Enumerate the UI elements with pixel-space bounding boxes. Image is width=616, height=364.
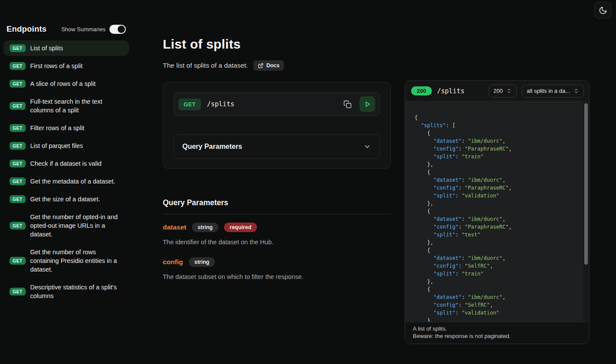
page-title: List of splits — [163, 37, 391, 52]
response-body-viewport: { "splits": [ { "dataset": "ibm/duorc", … — [405, 102, 589, 322]
run-request-button[interactable] — [359, 96, 375, 112]
sidebar-item[interactable]: GETGet the number of rows containing Pre… — [3, 244, 129, 277]
chevrons-up-down-icon — [506, 88, 512, 94]
docs-button[interactable]: Docs — [254, 60, 284, 71]
sidebar-item[interactable]: GETDescriptive statistics of a split's c… — [3, 279, 129, 304]
copy-button[interactable] — [342, 98, 353, 110]
response-header: 200 /splits 200 all splits in a da... — [405, 81, 589, 102]
json-code-line: "config": "ParaphraseRC", — [415, 223, 579, 231]
sidebar-item-label: Check if a dataset is valid — [30, 159, 102, 168]
sidebar-item[interactable]: GETA slice of rows of a split — [3, 76, 129, 92]
get-badge: GET — [10, 44, 26, 52]
json-code-line: "config": "ParaphraseRC", — [415, 145, 579, 153]
moon-icon — [599, 6, 607, 15]
sidebar-item[interactable]: GETGet the metadata of a dataset. — [3, 174, 129, 189]
method-badge: GET — [178, 98, 201, 110]
scrollbar-thumb[interactable] — [584, 103, 588, 265]
json-code-line: }, — [415, 239, 579, 246]
main-content: List of splits The list of splits of a d… — [163, 37, 391, 280]
endpoint-card: GET /splits Query Parameters — [163, 82, 391, 169]
params-section-title: Query Parameters — [163, 198, 391, 214]
json-code-line: "split": "validation" — [415, 309, 579, 317]
show-summaries-label: Show Summaries — [61, 26, 105, 33]
sidebar-item-label: Get the metadata of a dataset. — [30, 177, 115, 186]
show-summaries-toggle[interactable] — [109, 25, 126, 34]
get-badge: GET — [10, 142, 26, 150]
get-badge: GET — [10, 80, 26, 88]
sidebar-item-label: List of parquet files — [30, 141, 83, 150]
json-code-line: "dataset": "ibm/duorc", — [415, 215, 579, 223]
toggle-knob — [118, 26, 125, 33]
get-badge: GET — [10, 177, 26, 185]
json-code-line: }, — [415, 200, 579, 207]
sidebar-item-label: First rows of a split — [30, 62, 83, 70]
json-code-line: { — [415, 207, 579, 215]
get-badge: GET — [10, 257, 26, 265]
json-code-block: { "splits": [ { "dataset": "ibm/duorc", … — [405, 102, 589, 322]
sidebar-item[interactable]: GETFilter rows of a split — [3, 120, 129, 136]
query-parameters-collapsible[interactable]: Query Parameters — [174, 134, 380, 159]
required-badge: required — [224, 223, 257, 232]
get-badge: GET — [10, 288, 26, 295]
json-code-line: "split": "train" — [415, 153, 579, 161]
endpoints-sidebar: Endpoints Show Summaries GETList of spli… — [3, 24, 129, 304]
json-code-line: "dataset": "ibm/duorc", — [415, 254, 579, 262]
collapsible-label: Query Parameters — [182, 143, 242, 151]
param-type-badge: string — [192, 223, 218, 232]
sidebar-item[interactable]: GETCheck if a dataset is valid — [3, 156, 129, 171]
param-block: datasetstringrequiredThe identifier of t… — [163, 223, 391, 246]
get-badge: GET — [10, 124, 26, 132]
sidebar-item[interactable]: GETGet the number of opted-in and opted-… — [3, 209, 129, 242]
sidebar-item-label: A slice of rows of a split — [30, 79, 96, 88]
example-select[interactable]: all splits in a da... — [522, 85, 584, 98]
json-code-line: "splits": [ — [415, 121, 579, 129]
request-bar: GET /splits — [174, 92, 380, 116]
response-footer-line: Beware: the response is not paginated. — [413, 333, 581, 340]
sidebar-item[interactable]: GETFull-text search in the text columns … — [3, 94, 129, 118]
json-code-line: "dataset": "ibm/duorc", — [415, 176, 579, 184]
sidebar-item-label: Get the size of a dataset. — [30, 195, 100, 203]
example-select-value: all splits in a da... — [527, 88, 570, 94]
sidebar-item-label: Filter rows of a split — [30, 124, 85, 132]
sidebar-item[interactable]: GETFirst rows of a split — [3, 58, 129, 74]
param-row: configstring — [163, 257, 391, 267]
param-name: dataset — [163, 223, 186, 231]
get-badge: GET — [10, 195, 26, 203]
sidebar-item-label: List of splits — [30, 44, 63, 52]
param-type-badge: string — [189, 257, 215, 267]
copy-icon — [343, 100, 352, 108]
docs-button-label: Docs — [266, 62, 280, 69]
status-select[interactable]: 200 — [489, 85, 517, 98]
param-block: configstringThe dataset subset on which … — [163, 257, 391, 280]
get-badge: GET — [10, 102, 26, 110]
theme-toggle-button[interactable] — [594, 2, 611, 19]
response-footer: A list of splits. Beware: the response i… — [405, 322, 589, 344]
sidebar-item-label: Get the number of rows containing Presid… — [30, 248, 123, 274]
query-parameters-section: Query Parameters datasetstringrequiredTh… — [163, 198, 391, 280]
response-footer-line: A list of splits. — [413, 325, 581, 333]
json-code-line: "config": "SelfRC", — [415, 262, 579, 270]
json-code-line: { — [415, 246, 579, 254]
json-code-line: "config": "ParaphraseRC", — [415, 184, 579, 192]
status-badge: 200 — [411, 86, 432, 95]
json-code-line: { — [415, 129, 579, 137]
sidebar-title: Endpoints — [7, 24, 46, 34]
sidebar-item[interactable]: GETList of parquet files — [3, 138, 129, 154]
param-description: The dataset subset on which to filter th… — [163, 273, 391, 280]
json-code-line: "dataset": "ibm/duorc", — [415, 293, 579, 301]
get-badge: GET — [10, 160, 26, 167]
play-icon — [363, 100, 371, 108]
json-code-line: { — [415, 168, 579, 176]
json-code-line: { — [415, 285, 579, 293]
external-link-icon — [258, 63, 264, 69]
response-path: /splits — [437, 87, 464, 95]
json-code-line: }, — [415, 317, 579, 322]
sidebar-item[interactable]: GETList of splits — [3, 40, 129, 56]
response-example-panel: 200 /splits 200 all splits in a da... { … — [405, 80, 590, 344]
json-code-line: "split": "test" — [415, 231, 579, 239]
sidebar-item[interactable]: GETGet the size of a dataset. — [3, 191, 129, 207]
scrollbar-track — [583, 102, 589, 322]
param-description: The identifier of the dataset on the Hub… — [163, 239, 391, 246]
chevron-down-icon — [363, 143, 371, 151]
json-code-line: }, — [415, 161, 579, 168]
